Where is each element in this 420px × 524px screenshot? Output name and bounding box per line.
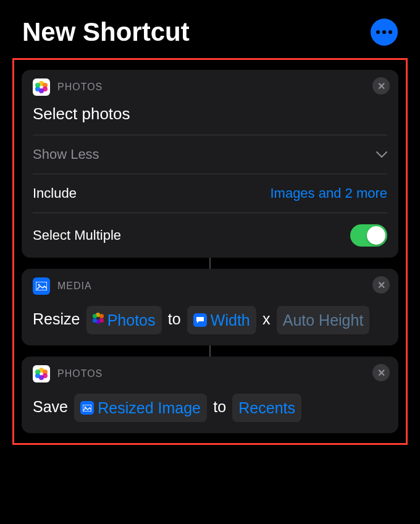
chevron-down-icon — [376, 148, 387, 161]
include-label: Include — [33, 185, 77, 201]
photos-app-icon — [33, 78, 50, 96]
select-multiple-toggle[interactable] — [350, 224, 387, 247]
word-to: to — [168, 310, 181, 328]
app-label: MEDIA — [57, 281, 92, 292]
image-token-icon — [80, 401, 94, 415]
more-options-button[interactable] — [371, 19, 398, 46]
connector — [209, 258, 211, 269]
include-value[interactable]: Images and 2 more — [270, 185, 387, 201]
show-less-label: Show Less — [33, 146, 99, 163]
page-title: New Shortcut — [22, 17, 190, 47]
include-row[interactable]: Include Images and 2 more — [22, 174, 398, 213]
word-resize: Resize — [33, 310, 80, 328]
action-title: Select photos — [22, 99, 398, 135]
action-save-photo[interactable]: PHOTOS ✕ Save Resized Image to Recents — [22, 357, 398, 433]
header: New Shortcut — [0, 0, 420, 53]
word-save: Save — [33, 398, 68, 415]
photos-token-icon — [93, 307, 104, 333]
photos-app-icon — [33, 365, 50, 382]
action-body: Save Resized Image to Recents — [22, 386, 398, 433]
word-to: to — [213, 398, 226, 415]
select-multiple-row: Select Multiple — [22, 213, 398, 258]
close-icon[interactable]: ✕ — [372, 276, 390, 294]
photos-variable-token[interactable]: Photos — [86, 306, 162, 334]
app-label: PHOTOS — [57, 368, 103, 379]
word-x: x — [262, 310, 271, 328]
resized-image-token[interactable]: Resized Image — [74, 394, 207, 422]
height-variable-token[interactable]: Auto Height — [277, 306, 370, 334]
ask-icon — [193, 313, 207, 327]
action-body: Resize Photos to — [22, 298, 398, 345]
select-multiple-label: Select Multiple — [33, 227, 121, 243]
connector — [209, 345, 211, 357]
card-header: PHOTOS ✕ — [22, 357, 398, 386]
close-icon[interactable]: ✕ — [372, 77, 390, 95]
album-token[interactable]: Recents — [232, 394, 301, 422]
action-resize-image[interactable]: MEDIA ✕ Resize Photos to — [22, 269, 398, 345]
svg-point-1 — [38, 284, 40, 286]
app-label: PHOTOS — [57, 82, 103, 93]
width-variable-token[interactable]: Width — [187, 306, 256, 334]
card-header: MEDIA ✕ — [22, 269, 398, 298]
card-header: PHOTOS ✕ — [22, 70, 398, 99]
close-icon[interactable]: ✕ — [372, 364, 390, 381]
action-select-photos[interactable]: PHOTOS ✕ Select photos Show Less Include… — [22, 70, 398, 258]
actions-container: PHOTOS ✕ Select photos Show Less Include… — [12, 58, 408, 445]
media-app-icon — [33, 277, 50, 295]
show-less-row[interactable]: Show Less — [22, 135, 398, 174]
